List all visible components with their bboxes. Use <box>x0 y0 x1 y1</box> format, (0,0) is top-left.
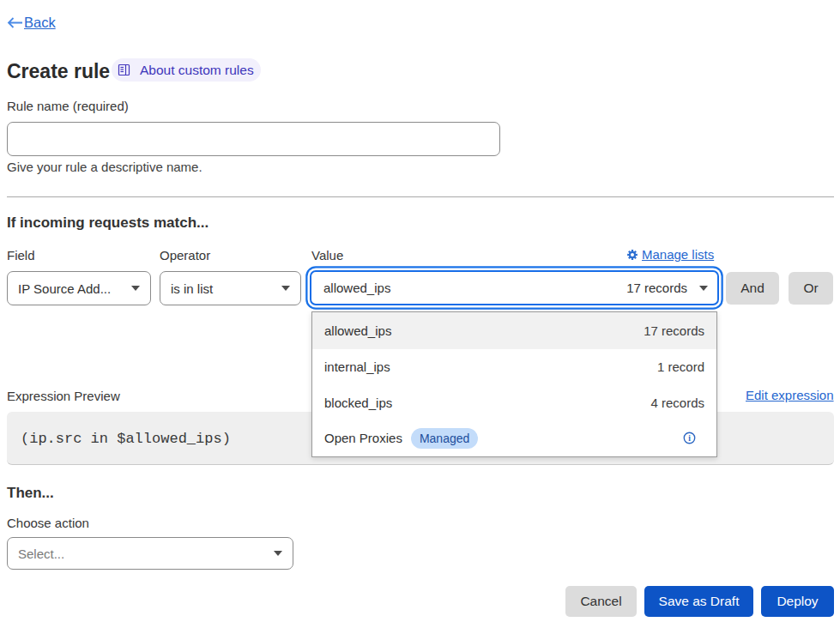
svg-text:i: i <box>688 434 691 443</box>
